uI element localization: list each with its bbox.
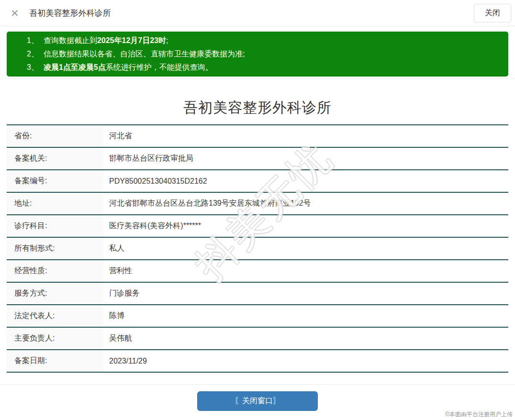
table-row: 所有制形式: 私人 <box>7 238 508 260</box>
field-label: 省份: <box>7 125 103 147</box>
field-label: 法定代表人: <box>7 305 103 327</box>
table-row: 备案机关: 邯郸市丛台区行政审批局 <box>7 148 508 170</box>
field-value: 吴伟航 <box>103 328 508 349</box>
field-label: 地址: <box>7 193 103 214</box>
notice-line-text: 系统进行维护，不能提供查询。 <box>106 63 213 71</box>
notice-line: 2、信息数据结果以各省、自治区、直辖市卫生健康委数据为准; <box>27 47 501 61</box>
field-label: 经营性质: <box>7 260 103 282</box>
notice-section: 1、查询数据截止到2025年12月7日23时; 2、信息数据结果以各省、自治区、… <box>0 26 515 79</box>
field-value: 门诊服务 <box>103 283 508 304</box>
window-title: 吾初美容整形外科诊所 <box>30 8 111 19</box>
close-button[interactable]: 关闭 <box>474 4 511 22</box>
notice-line: 3、凌晨1点至凌晨5点系统进行维护，不能提供查询。 <box>27 61 501 74</box>
field-label: 主要负责人: <box>7 328 103 349</box>
field-value: 2023/11/29 <box>103 350 508 372</box>
notice-line-number: 2、 <box>27 50 39 58</box>
field-label: 所有制形式: <box>7 238 103 259</box>
table-row: 诊疗科目: 医疗美容科(美容外科)****** <box>7 215 508 238</box>
notice-line-text: 信息数据结果以各省、自治区、直辖市卫生健康委数据为准; <box>44 50 245 58</box>
close-window-button[interactable]: 〖关闭窗口〗 <box>197 391 318 411</box>
notice-banner: 1、查询数据截止到2025年12月7日23时; 2、信息数据结果以各省、自治区、… <box>7 32 508 77</box>
field-value: 医疗美容科(美容外科)****** <box>103 215 508 237</box>
close-icon[interactable]: ✕ <box>11 8 19 18</box>
field-value: 河北省邯郸市丛台区丛台北路139号安居东城首府商业102号 <box>103 193 508 214</box>
notice-line-bold-text: 2025年12月7日23时 <box>97 36 166 44</box>
table-row: 备案编号: PDY85002513040315D2162 <box>7 170 508 193</box>
table-row: 经营性质: 营利性 <box>7 260 508 283</box>
field-label: 备案编号: <box>7 170 103 192</box>
table-row: 服务方式: 门诊服务 <box>7 283 508 305</box>
field-value: 私人 <box>103 238 508 259</box>
table-row: 主要负责人: 吴伟航 <box>7 328 508 350</box>
field-value: PDY85002513040315D2162 <box>103 170 508 192</box>
field-label: 备案机关: <box>7 148 103 169</box>
field-label: 诊疗科目: <box>7 215 103 237</box>
table-row: 省份: 河北省 <box>7 125 508 148</box>
table-row: 地址: 河北省邯郸市丛台区丛台北路139号安居东城首府商业102号 <box>7 193 508 215</box>
field-value: 邯郸市丛台区行政审批局 <box>103 148 508 169</box>
copyright-watermark: ©本图由平台注册用户上传 <box>445 410 513 419</box>
notice-line-number: 3、 <box>27 63 39 71</box>
field-value: 河北省 <box>103 125 508 147</box>
notice-line-text: 查询数据截止到 <box>44 36 97 44</box>
field-value: 营利性 <box>103 260 508 282</box>
notice-line-text: ; <box>166 36 168 44</box>
page-title: 吾初美容整形外科诊所 <box>0 98 515 118</box>
notice-line-bold-text: 凌晨1点至凌晨5点 <box>44 63 106 71</box>
field-value: 陈博 <box>103 305 508 327</box>
footer-area: 〖关闭窗口〗 <box>0 384 515 414</box>
table-row: 法定代表人: 陈博 <box>7 305 508 328</box>
notice-line: 1、查询数据截止到2025年12月7日23时; <box>27 34 501 47</box>
info-table: 省份: 河北省 备案机关: 邯郸市丛台区行政审批局 备案编号: PDY85002… <box>7 124 508 373</box>
header-bar: ✕ 吾初美容整形外科诊所 关闭 <box>0 0 515 26</box>
field-label: 备案日期: <box>7 350 103 372</box>
notice-line-number: 1、 <box>27 36 39 44</box>
table-row: 备案日期: 2023/11/29 <box>7 350 508 373</box>
field-label: 服务方式: <box>7 283 103 304</box>
